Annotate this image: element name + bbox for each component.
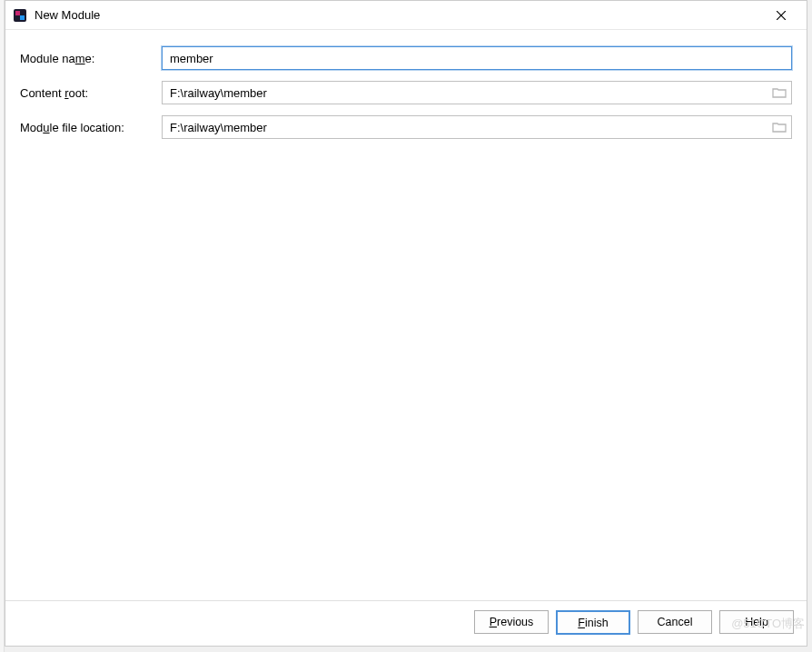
app-icon <box>13 8 27 23</box>
dialog-content: Module name: Content root: <box>5 30 807 600</box>
browse-content-root-button[interactable] <box>772 86 787 99</box>
module-name-input[interactable] <box>162 46 792 70</box>
previous-button[interactable]: Previous <box>474 610 549 634</box>
content-root-row: Content root: <box>20 81 792 104</box>
module-file-location-row: Module file location: <box>20 115 792 139</box>
browse-module-file-location-button[interactable] <box>772 121 787 133</box>
form: Module name: Content root: <box>20 46 792 139</box>
help-button[interactable]: Help <box>719 610 794 634</box>
module-file-location-input[interactable] <box>162 115 792 139</box>
module-file-location-label: Module file location: <box>20 121 162 134</box>
folder-icon <box>772 86 787 99</box>
new-module-dialog: New Module Module name: Content root: <box>5 0 807 647</box>
button-row: Previous Finish Cancel Help <box>5 600 807 646</box>
close-button[interactable] <box>763 3 799 28</box>
finish-button[interactable]: Finish <box>556 610 630 635</box>
content-root-input[interactable] <box>162 81 792 104</box>
window-title: New Module <box>35 8 763 22</box>
svg-rect-2 <box>20 15 25 20</box>
module-name-label: Module name: <box>20 52 162 65</box>
folder-icon <box>772 121 787 133</box>
svg-rect-1 <box>15 11 20 15</box>
close-icon <box>777 11 786 20</box>
cancel-button[interactable]: Cancel <box>638 610 712 634</box>
module-name-row: Module name: <box>20 46 792 70</box>
titlebar: New Module <box>5 1 807 30</box>
spacer <box>20 139 792 591</box>
content-root-label: Content root: <box>20 86 162 100</box>
